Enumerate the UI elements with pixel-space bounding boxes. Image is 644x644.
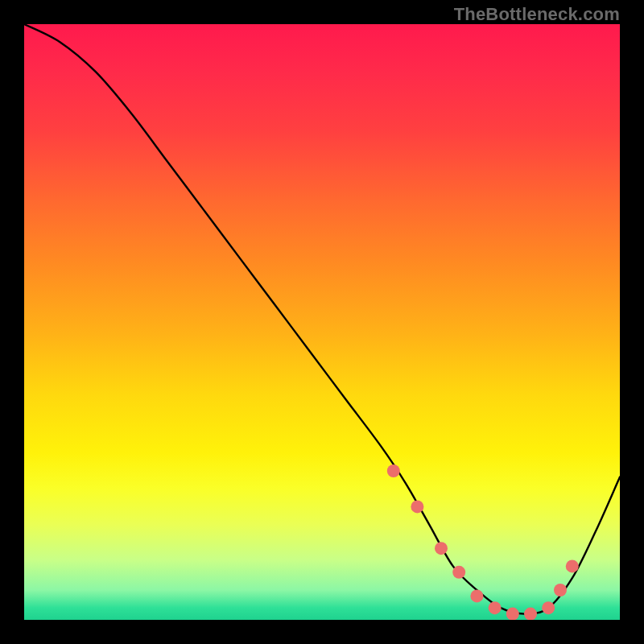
curve-layer (24, 24, 620, 620)
marker-dot (554, 584, 567, 597)
attribution-text: TheBottleneck.com (454, 5, 620, 24)
marker-dot (542, 601, 555, 614)
marker-dot (411, 500, 423, 513)
bottleneck-curve (24, 24, 620, 614)
highlight-markers (387, 464, 579, 620)
marker-dot (452, 566, 465, 579)
chart-stage: TheBottleneck.com (0, 0, 644, 644)
marker-dot (506, 608, 519, 620)
marker-dot (489, 601, 502, 614)
marker-dot (435, 542, 448, 555)
marker-dot (524, 608, 537, 620)
plot-area (24, 24, 620, 620)
marker-dot (566, 559, 579, 572)
marker-dot (387, 464, 400, 477)
marker-dot (470, 589, 483, 602)
